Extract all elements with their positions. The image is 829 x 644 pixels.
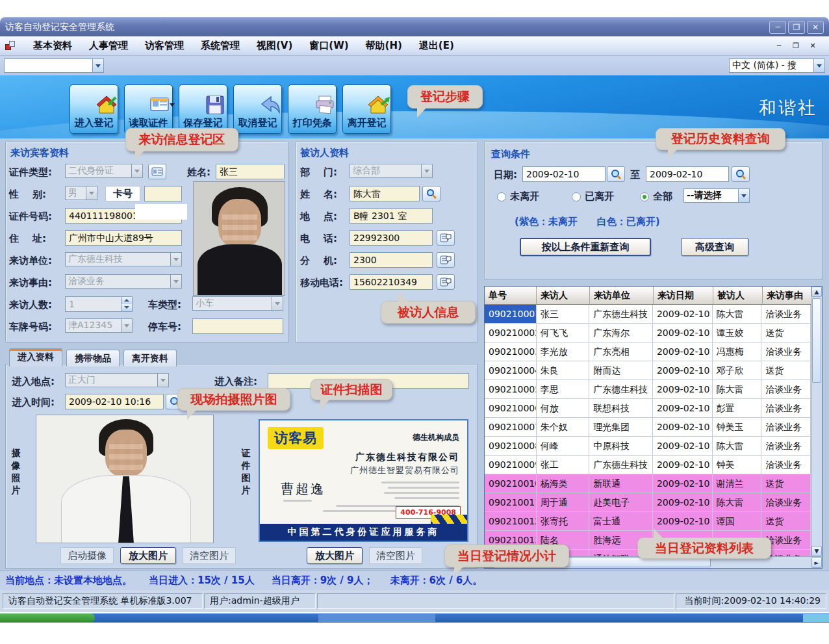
card-no-field[interactable] — [144, 186, 182, 201]
call-notify-icon[interactable] — [437, 230, 455, 246]
table-cell[interactable]: 2009-02-10 — [653, 380, 713, 399]
visitor-count-stepper[interactable]: 1 — [65, 296, 133, 312]
table-row[interactable]: 090210008何峰中原科技2009-02-10陈大雷洽谈业务 — [485, 437, 811, 456]
table-cell[interactable]: 陈大雷 — [713, 493, 762, 512]
zoom-photo-button[interactable]: 放大图片 — [120, 547, 176, 564]
visitor-name-field[interactable]: 张三 — [216, 164, 285, 179]
date-picker-icon[interactable] — [732, 166, 750, 182]
parking-field[interactable] — [192, 318, 283, 334]
table-cell[interactable]: 送货 — [761, 361, 811, 380]
language-bar[interactable]: 中文 (简体) - 搜 — [729, 58, 825, 73]
table-cell[interactable]: 090210010 — [485, 474, 537, 493]
table-cell[interactable]: 钟美玉 — [713, 418, 762, 437]
table-cell[interactable]: 送货 — [761, 474, 811, 493]
table-cell[interactable]: 陈大雷 — [713, 437, 762, 456]
table-cell[interactable]: 2009-02-10 — [653, 342, 713, 361]
spin-up-icon[interactable] — [121, 297, 132, 304]
table-cell[interactable]: 谭国 — [713, 512, 762, 531]
table-cell[interactable]: 钟美 — [713, 456, 762, 474]
table-cell[interactable]: 090210012 — [485, 512, 537, 531]
table-cell[interactable]: 邓子欣 — [713, 361, 762, 380]
table-cell[interactable]: 090210003 — [485, 342, 537, 361]
zoom-card-button[interactable]: 放大图片 — [307, 547, 363, 564]
table-row[interactable]: 090210009张工广东德生科技2009-02-10钟美洽谈业务 — [485, 456, 811, 474]
table-cell[interactable]: 洽谈业务 — [761, 342, 811, 361]
table-cell[interactable]: 何峰 — [537, 437, 590, 456]
table-cell[interactable]: 090210001 — [485, 305, 537, 324]
start-button-fragment[interactable] — [0, 613, 95, 623]
start-camera-button[interactable]: 启动摄像 — [60, 547, 114, 564]
table-row[interactable]: 090210002何飞飞广东海尔2009-02-10谭玉姣送货 — [485, 324, 811, 342]
quick-combo[interactable] — [4, 58, 104, 73]
table-cell[interactable]: 送货 — [761, 324, 811, 342]
toolbar-button-读取证件[interactable]: 读取证件 — [124, 84, 173, 134]
table-cell[interactable]: 广东德生科技 — [589, 305, 653, 324]
table-cell[interactable]: 洽谈业务 — [761, 493, 811, 512]
table-cell[interactable]: 广东亮相 — [589, 342, 653, 361]
table-cell[interactable]: 广东德生科技 — [589, 456, 653, 474]
table-cell[interactable]: 李思 — [537, 380, 590, 399]
spin-down-icon[interactable] — [121, 304, 132, 311]
table-cell[interactable]: 090210009 — [485, 456, 537, 474]
radio-dot-icon[interactable] — [572, 192, 581, 201]
mdi-close-icon[interactable]: ✕ — [806, 40, 820, 52]
table-cell[interactable]: 陈大雷 — [713, 305, 762, 324]
table-row[interactable]: 090210012张寄托富士通2009-02-10谭国送货 — [485, 512, 811, 531]
table-cell[interactable]: 何放 — [537, 399, 590, 418]
column-header-来访日期[interactable]: 来访日期 — [654, 287, 713, 305]
column-header-被访人[interactable]: 被访人 — [713, 287, 763, 305]
table-cell[interactable]: 陈大雷 — [713, 380, 762, 399]
table-cell[interactable]: 中原科技 — [589, 437, 653, 456]
query-filter-select[interactable]: --请选择 — [683, 188, 750, 203]
table-cell[interactable]: 张寄托 — [537, 512, 590, 531]
card-reader-icon[interactable] — [148, 164, 166, 179]
table-cell[interactable]: 张工 — [537, 456, 590, 474]
tab-进入资料[interactable]: 进入资料 — [9, 348, 62, 367]
menu-item-基本资料[interactable]: 基本资料 — [25, 37, 81, 55]
table-cell[interactable]: 理光集团 — [589, 418, 653, 437]
table-cell[interactable]: 洽谈业务 — [761, 437, 811, 456]
menu-item-帮助(H)[interactable]: 帮助(H) — [357, 37, 411, 55]
toolbar-button-打印凭条[interactable]: 打印凭条 — [288, 84, 337, 134]
table-cell[interactable]: 090210002 — [485, 324, 537, 342]
column-header-单号[interactable]: 单号 — [485, 287, 537, 305]
table-cell[interactable]: 彭置 — [713, 399, 762, 418]
search-icon[interactable] — [422, 186, 440, 201]
table-cell[interactable]: 2009-02-10 — [653, 456, 713, 474]
scroll-right-icon[interactable]: ► — [811, 557, 822, 568]
table-cell[interactable]: 朱良 — [537, 361, 590, 380]
minimize-icon[interactable]: ─ — [769, 21, 786, 34]
chevron-down-icon[interactable] — [92, 59, 103, 72]
date-to-field[interactable]: 2009-02-10 — [646, 166, 729, 182]
table-cell[interactable]: 谭玉姣 — [713, 324, 762, 342]
table-cell[interactable]: 090210007 — [485, 418, 537, 437]
table-cell[interactable]: 洽谈业务 — [761, 456, 811, 474]
table-row[interactable]: 090210003李光放广东亮相2009-02-10冯惠梅洽谈业务 — [485, 342, 811, 361]
id-type-select[interactable]: 二代身份证 — [65, 164, 143, 178]
chevron-down-icon[interactable] — [170, 253, 181, 266]
entry-place-select[interactable]: 正大门 — [65, 373, 169, 387]
taskbar-item[interactable] — [318, 614, 435, 622]
table-cell[interactable]: 2009-02-10 — [653, 474, 713, 493]
table-cell[interactable]: 090210008 — [485, 437, 537, 456]
table-cell[interactable]: 张三 — [537, 305, 590, 324]
menu-item-系统管理[interactable]: 系统管理 — [192, 37, 248, 55]
gender-select[interactable]: 男 — [65, 186, 97, 200]
toolbar-button-离开登记[interactable]: 离开登记 — [342, 84, 391, 134]
table-cell[interactable]: 富士通 — [589, 512, 653, 531]
table-cell[interactable]: 谢清兰 — [713, 474, 762, 493]
vehicle-type-select[interactable]: 小车 — [192, 296, 283, 311]
table-cell[interactable]: 附而达 — [589, 361, 653, 380]
column-header-来访单位[interactable]: 来访单位 — [590, 287, 654, 305]
tab-携带物品[interactable]: 携带物品 — [66, 350, 120, 367]
plate-select[interactable]: 津A12345 — [65, 318, 133, 333]
table-row[interactable]: 090210011周于通赴美电子2009-02-10陈大雷洽谈业务 — [485, 493, 811, 512]
visitee-name-field[interactable]: 陈大雷 — [350, 186, 420, 201]
chevron-down-icon[interactable] — [738, 189, 749, 202]
table-cell[interactable]: 2009-02-10 — [653, 361, 713, 380]
address-field[interactable]: 广州市中山大道89号 — [65, 230, 182, 246]
table-cell[interactable]: 赴美电子 — [589, 493, 653, 512]
menu-item-退出(E)[interactable]: 退出(E) — [411, 37, 463, 55]
visit-reason-select[interactable]: 洽谈业务 — [65, 274, 182, 289]
date-from-field[interactable]: 2009-02-10 — [522, 166, 606, 182]
